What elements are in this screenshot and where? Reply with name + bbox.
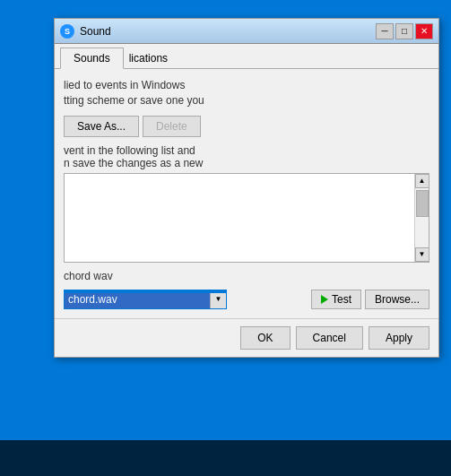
close-button[interactable]: ✕ — [415, 23, 433, 39]
title-bar-left: S Sound — [60, 24, 111, 39]
event-list[interactable]: ▲ ▼ — [64, 173, 429, 263]
scroll-up-arrow[interactable]: ▲ — [415, 174, 429, 188]
taskbar — [0, 440, 451, 476]
play-icon — [321, 295, 328, 304]
combo-dropdown-arrow[interactable]: ▼ — [210, 290, 226, 308]
maximize-button[interactable]: □ — [395, 23, 413, 39]
apply-button[interactable]: Apply — [369, 326, 429, 350]
cancel-button[interactable]: Cancel — [296, 326, 363, 350]
dropdown-scrollbar[interactable]: ▲ ▼ — [211, 291, 225, 293]
ok-button[interactable]: OK — [240, 326, 290, 350]
title-controls[interactable]: ─ □ ✕ — [376, 23, 433, 39]
event-description: vent in the following list and n save th… — [64, 144, 429, 169]
title-bar: S Sound ─ □ ✕ — [55, 19, 438, 44]
tab-bar-extra: lications — [129, 52, 168, 68]
save-as-button[interactable]: Save As... — [64, 116, 139, 137]
tab-sounds[interactable]: Sounds — [60, 48, 124, 69]
dropdown-scroll-area[interactable]: ▲ ▼ (None)Alarm01.wavAlarm02.wavAlarm03.… — [65, 291, 225, 293]
dialog-window: S Sound ─ □ ✕ Sounds lications lied to e… — [54, 18, 439, 358]
description: lied to events in Windows tting scheme o… — [64, 78, 429, 108]
sound-label: chord wav — [64, 270, 113, 282]
minimize-button[interactable]: ─ — [376, 23, 394, 39]
window-title: Sound — [80, 25, 111, 38]
content-area: lied to events in Windows tting scheme o… — [55, 69, 438, 318]
bottom-buttons-bar: OK Cancel Apply — [55, 318, 438, 357]
sound-action-buttons: Test Browse... — [311, 290, 429, 309]
scroll-thumb[interactable] — [416, 190, 429, 217]
browse-button[interactable]: Browse... — [365, 290, 429, 309]
dropdown-list-open[interactable]: ▲ ▼ (None)Alarm01.wavAlarm02.wavAlarm03.… — [64, 290, 227, 293]
event-scrollbar[interactable]: ▲ ▼ — [414, 174, 429, 262]
scheme-buttons: Save As... Delete — [64, 116, 429, 137]
sound-combo-wrapper: ▲ ▼ (None)Alarm01.wavAlarm02.wavAlarm03.… — [64, 290, 429, 309]
dropdown-scroll-up[interactable]: ▲ — [212, 291, 225, 293]
delete-button[interactable]: Delete — [143, 116, 201, 137]
scroll-down-arrow[interactable]: ▼ — [415, 247, 429, 262]
combo-selected-text: chord.wav — [65, 290, 210, 308]
dropdown-item[interactable]: (None) — [65, 291, 211, 293]
test-button[interactable]: Test — [311, 290, 361, 309]
tab-bar: Sounds lications — [55, 44, 438, 69]
dropdown-items-list: (None)Alarm01.wavAlarm02.wavAlarm03.wavA… — [65, 291, 225, 293]
sound-icon: S — [60, 24, 74, 39]
